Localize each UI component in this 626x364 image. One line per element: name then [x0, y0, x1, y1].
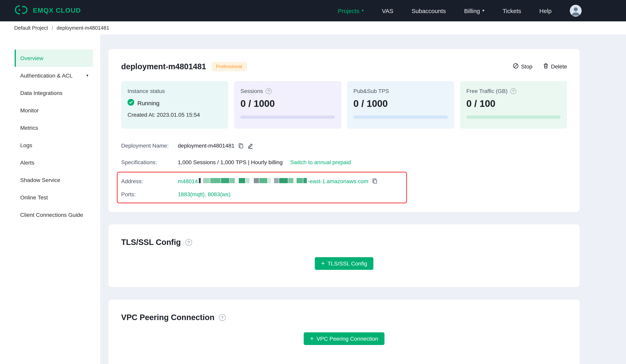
sidebar-item-label: Monitor: [20, 107, 39, 113]
free-traffic-label: Free Traffic (GB): [467, 88, 508, 94]
ports-label: Ports:: [121, 191, 178, 197]
address-suffix: -east-1.amazonaws.com: [308, 178, 368, 184]
plan-badge: Professional: [211, 62, 247, 71]
tls-ssl-card: TLS/SSL Config ? + TLS/SSL Config: [109, 224, 580, 287]
add-tls-ssl-config-label: TLS/SSL Config: [327, 260, 367, 267]
created-at-text: Created At: 2023.01.05 15:54: [127, 111, 222, 118]
nav-vas-label: VAS: [382, 7, 393, 14]
deployment-name-label: Deployment Name:: [121, 143, 178, 149]
instance-status-label: Instance status: [127, 88, 222, 94]
sidebar-item-label: Client Connections Guide: [20, 212, 83, 218]
sessions-value: 0 / 1000: [240, 98, 335, 109]
free-traffic-value: 0 / 100: [467, 98, 561, 109]
copy-icon[interactable]: [372, 178, 378, 184]
pubsub-tps-progress-bar: [353, 115, 448, 119]
help-icon[interactable]: ?: [510, 88, 516, 94]
main-content: deployment-m4801481 Professional Stop: [100, 35, 626, 364]
sidebar-item-monitor[interactable]: Monitor: [15, 102, 93, 119]
chevron-down-icon: ▾: [482, 9, 484, 13]
page: EMQX CLOUD Projects ▾ VAS Subaccounts Bi…: [0, 0, 626, 364]
help-icon[interactable]: ?: [266, 88, 272, 94]
logo-text: EMQX CLOUD: [33, 7, 81, 15]
nav-billing[interactable]: Billing ▾: [464, 7, 484, 14]
sidebar-item-client-connections-guide[interactable]: Client Connections Guide: [15, 206, 93, 223]
copy-icon[interactable]: [238, 143, 244, 148]
breadcrumb-separator: /: [52, 25, 53, 31]
pubsub-tps-card: Pub&Sub TPS 0 / 1000: [347, 81, 454, 129]
vpc-peering-card: VPC Peering Connection ? + VPC Peering C…: [109, 299, 580, 364]
stop-button-label: Stop: [521, 63, 532, 70]
emqx-logo-icon: [14, 5, 29, 17]
add-tls-ssl-config-button[interactable]: + TLS/SSL Config: [315, 257, 373, 270]
nav-help[interactable]: Help: [539, 7, 551, 14]
stop-icon: [512, 63, 518, 70]
avatar[interactable]: [570, 5, 582, 17]
nav-help-label: Help: [539, 7, 551, 14]
pubsub-tps-value: 0 / 1000: [353, 98, 448, 109]
plus-icon: +: [321, 260, 325, 267]
sidebar-item-logs[interactable]: Logs: [15, 137, 93, 154]
sidebar: Overview Authentication & ACL ▾ Data Int…: [0, 35, 100, 364]
sidebar-item-label: Logs: [20, 142, 32, 148]
sidebar-item-label: Data Integrations: [20, 90, 62, 96]
sessions-card: Sessions ? 0 / 1000: [234, 81, 341, 129]
nav-vas[interactable]: VAS: [382, 7, 393, 14]
plus-icon: +: [310, 335, 314, 342]
brand[interactable]: EMQX CLOUD: [14, 5, 81, 17]
running-status-text: Running: [137, 100, 159, 106]
address-value: m48014-east-1.amazonaws.com: [178, 178, 368, 184]
address-redaction: [198, 178, 307, 183]
nav-subaccounts[interactable]: Subaccounts: [412, 7, 446, 14]
breadcrumb-current: deployment-m4801481: [57, 25, 109, 31]
sidebar-item-label: Authentication & ACL: [20, 73, 73, 79]
top-nav-links: Projects ▾ VAS Subaccounts Billing ▾ Tic…: [338, 5, 582, 17]
sidebar-item-authentication-acl[interactable]: Authentication & ACL ▾: [15, 67, 93, 84]
nav-billing-label: Billing: [464, 7, 480, 14]
ports-value: 1883(mqtt), 8083(ws): [178, 191, 231, 197]
instance-status-value: Running: [127, 99, 222, 107]
add-vpc-peering-button[interactable]: + VPC Peering Connection: [304, 332, 385, 345]
stats-row: Instance status Running Created At: 2023…: [121, 81, 567, 129]
ports-row: Ports: 1883(mqtt), 8083(ws): [121, 187, 406, 201]
add-vpc-peering-label: VPC Peering Connection: [316, 335, 378, 342]
sidebar-item-shadow-service[interactable]: Shadow Service: [15, 171, 93, 189]
breadcrumb: Default Project / deployment-m4801481: [0, 21, 626, 35]
free-traffic-progress-bar: [467, 115, 561, 119]
check-circle-icon: [127, 99, 134, 107]
sidebar-item-label: Overview: [20, 55, 43, 61]
help-icon[interactable]: ?: [185, 239, 192, 246]
specifications-row: Specifications: 1,000 Sessions / 1,000 T…: [121, 154, 567, 171]
specifications-label: Specifications:: [121, 159, 178, 165]
sidebar-item-online-test[interactable]: Online Test: [15, 189, 93, 206]
free-traffic-card: Free Traffic (GB) ? 0 / 100: [460, 81, 567, 129]
sessions-label: Sessions: [240, 88, 263, 94]
nav-projects[interactable]: Projects ▾: [338, 7, 364, 14]
deployment-header: deployment-m4801481 Professional Stop: [121, 62, 567, 71]
deployment-actions: Stop Delete: [512, 63, 567, 70]
vpc-peering-title: VPC Peering Connection: [121, 313, 214, 322]
nav-projects-label: Projects: [338, 7, 359, 14]
trash-icon: [543, 63, 548, 70]
nav-tickets[interactable]: Tickets: [503, 7, 521, 14]
nav-subaccounts-label: Subaccounts: [412, 7, 446, 14]
chevron-down-icon: ▾: [362, 9, 364, 13]
address-label: Address:: [121, 178, 178, 184]
deployment-overview-card: deployment-m4801481 Professional Stop: [109, 49, 580, 212]
help-icon[interactable]: ?: [219, 314, 226, 321]
sidebar-item-data-integrations[interactable]: Data Integrations: [15, 84, 93, 102]
sidebar-item-metrics[interactable]: Metrics: [15, 119, 93, 137]
sidebar-item-label: Shadow Service: [20, 177, 60, 183]
sidebar-item-label: Alerts: [20, 159, 35, 166]
sidebar-item-label: Online Test: [20, 194, 48, 201]
sidebar-item-label: Metrics: [20, 125, 38, 131]
switch-annual-prepaid-link[interactable]: Switch to annual prepaid: [290, 159, 351, 165]
sidebar-item-alerts[interactable]: Alerts: [15, 154, 93, 171]
edit-icon[interactable]: [247, 143, 253, 148]
address-row: Address: m48014-east-1.amazonaws.com: [121, 175, 406, 187]
breadcrumb-project[interactable]: Default Project: [14, 25, 48, 31]
delete-button[interactable]: Delete: [543, 63, 567, 70]
chevron-down-icon: ▾: [86, 73, 88, 77]
sidebar-item-overview[interactable]: Overview: [15, 49, 93, 67]
stop-button[interactable]: Stop: [512, 63, 532, 70]
deployment-name-row: Deployment Name: deployment-m4801481: [121, 137, 567, 154]
